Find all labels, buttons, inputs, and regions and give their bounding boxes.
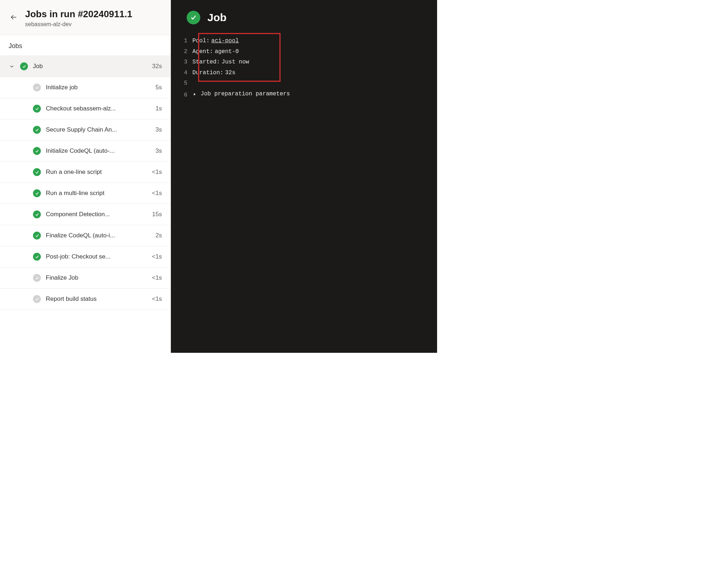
step-row[interactable]: Secure Supply Chain An...3s	[0, 119, 171, 141]
log-line: 1Pool:aci-pool	[171, 36, 437, 47]
step-name: Finalize CodeQL (auto-i...	[46, 232, 150, 239]
line-number: 6	[171, 90, 192, 101]
job-row-parent[interactable]: Job 32s	[0, 56, 171, 77]
job-name: Job	[33, 63, 147, 70]
job-duration: 32s	[152, 63, 162, 70]
jobs-section-label: Jobs	[0, 35, 171, 56]
log-title: Job	[207, 11, 226, 24]
success-icon	[20, 62, 28, 70]
chevron-down-icon	[9, 63, 15, 70]
step-name: Initialize job	[46, 84, 150, 91]
success-icon	[33, 189, 41, 197]
log-panel: Job 1Pool:aci-pool2Agent:agent-03Started…	[171, 0, 437, 353]
log-line: 3Started:Just now	[171, 57, 437, 68]
step-name: Initialize CodeQL (auto-...	[46, 147, 150, 155]
step-name: Run a multi-line script	[46, 190, 147, 197]
line-content: Pool:aci-pool	[192, 36, 437, 47]
log-label: Started:	[192, 57, 220, 68]
job-list: Job 32s Initialize job5sCheckout sebasse…	[0, 56, 171, 353]
step-row[interactable]: Checkout sebassem-alz...1s	[0, 98, 171, 119]
step-row[interactable]: Post-job: Checkout se...<1s	[0, 246, 171, 267]
step-duration: 3s	[155, 126, 162, 133]
neutral-icon	[33, 84, 41, 91]
line-number: 1	[171, 36, 192, 47]
log-value: agent-0	[215, 47, 239, 57]
success-icon	[187, 11, 200, 24]
log-value: Just now	[222, 57, 249, 68]
log-line: 5	[171, 78, 437, 89]
success-icon	[33, 147, 41, 155]
line-content: Job preparation parameters	[192, 89, 437, 100]
step-row[interactable]: Finalize CodeQL (auto-i...2s	[0, 225, 171, 246]
step-row[interactable]: Initialize CodeQL (auto-...3s	[0, 141, 171, 162]
success-icon	[33, 210, 41, 218]
step-row[interactable]: Component Detection...15s	[0, 204, 171, 225]
log-header: Job	[171, 11, 437, 36]
step-duration: 3s	[155, 147, 162, 155]
step-row[interactable]: Initialize job5s	[0, 77, 171, 98]
step-duration: <1s	[152, 274, 162, 281]
step-name: Finalize Job	[46, 274, 147, 281]
line-number: 4	[171, 68, 192, 79]
step-duration: <1s	[152, 169, 162, 176]
neutral-icon	[33, 274, 41, 282]
step-name: Run a one-line script	[46, 169, 147, 176]
step-row[interactable]: Finalize Job<1s	[0, 267, 171, 289]
page-subtitle: sebassem-alz-dev	[25, 21, 132, 28]
line-content: Agent:agent-0	[192, 47, 437, 57]
step-duration: 15s	[152, 211, 162, 218]
success-icon	[33, 126, 41, 134]
step-duration: 5s	[155, 84, 162, 91]
success-icon	[33, 105, 41, 113]
log-label: Agent:	[192, 47, 213, 57]
log-line: 2Agent:agent-0	[171, 47, 437, 57]
page-title: Jobs in run #20240911.1	[25, 9, 132, 20]
line-number: 3	[171, 57, 192, 68]
line-content: Started:Just now	[192, 57, 437, 68]
step-name: Report build status	[46, 295, 147, 303]
log-line[interactable]: 6Job preparation parameters	[171, 89, 437, 100]
line-number: 5	[171, 78, 192, 89]
step-row[interactable]: Run a multi-line script<1s	[0, 183, 171, 204]
log-value: Job preparation parameters	[201, 89, 290, 100]
left-panel: Jobs in run #20240911.1 sebassem-alz-dev…	[0, 0, 171, 353]
arrow-left-icon	[10, 14, 17, 21]
step-name: Component Detection...	[46, 211, 147, 218]
back-button[interactable]	[9, 12, 19, 22]
line-number: 2	[171, 47, 192, 57]
step-duration: 1s	[155, 105, 162, 112]
neutral-icon	[33, 295, 41, 303]
pool-link[interactable]: aci-pool	[211, 36, 239, 47]
step-name: Checkout sebassem-alz...	[46, 105, 150, 112]
step-duration: 2s	[155, 232, 162, 239]
step-duration: <1s	[152, 190, 162, 197]
log-body: 1Pool:aci-pool2Agent:agent-03Started:Jus…	[171, 36, 437, 100]
step-duration: <1s	[152, 295, 162, 303]
step-name: Secure Supply Chain An...	[46, 126, 150, 133]
log-line: 4Duration:32s	[171, 68, 437, 79]
caret-right-icon[interactable]	[192, 89, 197, 100]
success-icon	[33, 253, 41, 261]
log-value: 32s	[225, 68, 235, 79]
header-titles: Jobs in run #20240911.1 sebassem-alz-dev	[25, 9, 132, 28]
success-icon	[33, 232, 41, 240]
line-content: Duration:32s	[192, 68, 437, 79]
log-label: Pool:	[192, 36, 210, 47]
log-label: Duration:	[192, 68, 223, 79]
step-duration: <1s	[152, 253, 162, 260]
header: Jobs in run #20240911.1 sebassem-alz-dev	[0, 0, 171, 35]
step-row[interactable]: Run a one-line script<1s	[0, 162, 171, 183]
success-icon	[33, 168, 41, 176]
step-name: Post-job: Checkout se...	[46, 253, 147, 260]
step-row[interactable]: Report build status<1s	[0, 289, 171, 310]
